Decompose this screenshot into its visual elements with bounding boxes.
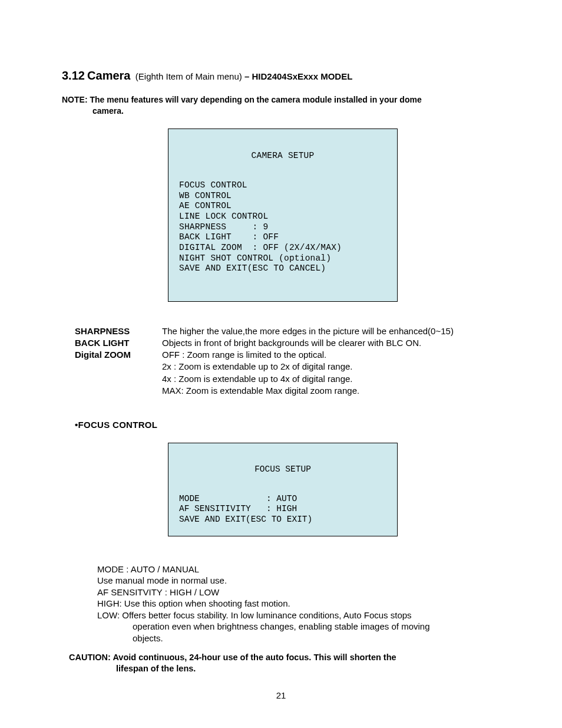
screen2-line1: MODE : AUTO bbox=[179, 494, 297, 503]
definitions-block: SHARPNESS The higher the value,the more … bbox=[75, 325, 503, 397]
focus-t5b: operation even when brightness changes, … bbox=[97, 621, 503, 633]
screen2-line3: SAVE AND EXIT(ESC TO EXIT) bbox=[179, 515, 312, 524]
def-label-dzoom: Digital ZOOM bbox=[75, 349, 162, 361]
screen1-line6: BACK LIGHT : OFF bbox=[179, 232, 279, 242]
note-label: NOTE: bbox=[62, 95, 88, 104]
focus-t5c: objects. bbox=[97, 633, 503, 644]
screen1-line5: SHARPNESS : 9 bbox=[179, 222, 268, 232]
focus-t2: Use manual mode in normal use. bbox=[97, 575, 503, 587]
focus-t3: AF SENSITVITY : HIGH / LOW bbox=[97, 587, 503, 598]
focus-t4: HIGH: Use this option when shooting fast… bbox=[97, 598, 503, 610]
screen1-line9: SAVE AND EXIT(ESC TO CANCEL) bbox=[179, 263, 326, 273]
caution-label: CAUTION: bbox=[69, 653, 111, 662]
focus-setup-screen: FOCUS SETUP MODE : AUTO AF SENSITIVITY :… bbox=[168, 443, 398, 536]
note-text-2: camera. bbox=[92, 106, 124, 116]
def-row-backlight: BACK LIGHT Objects in front of bright ba… bbox=[75, 337, 503, 349]
heading-number: 3.12 bbox=[62, 69, 85, 82]
focus-control-heading: •FOCUS CONTROL bbox=[75, 419, 503, 431]
def-row-sharpness: SHARPNESS The higher the value,the more … bbox=[75, 325, 503, 337]
def-desc-backlight: Objects in front of bright backgrounds w… bbox=[162, 337, 503, 349]
def-label-backlight: BACK LIGHT bbox=[75, 337, 162, 349]
focus-body-text: MODE : AUTO / MANUAL Use manual mode in … bbox=[97, 564, 503, 644]
def-desc-dzoom-max: MAX: Zoom is extendable Max digital zoom… bbox=[162, 385, 503, 397]
screen2-line2: AF SENSITIVITY : HIGH bbox=[179, 504, 297, 513]
camera-setup-screen: CAMERA SETUP FOCUS CONTROL WB CONTROL AE… bbox=[168, 129, 398, 302]
caution-t1: Avoid continuous, 24-hour use of the aut… bbox=[113, 653, 396, 662]
focus-t1: MODE : AUTO / MANUAL bbox=[97, 564, 503, 575]
note-text-1: The menu features will vary depending on… bbox=[90, 95, 421, 104]
heading-model: – HID2404SxExxx MODEL bbox=[244, 71, 352, 81]
screen1-title: CAMERA SETUP bbox=[179, 151, 386, 162]
screen1-line2: WB CONTROL bbox=[179, 191, 232, 200]
caution-t2: lifespan of the lens. bbox=[116, 664, 196, 673]
section-heading: 3.12 Camera (Eighth Item of Main menu) –… bbox=[62, 68, 503, 84]
def-desc-dzoom-4x: 4x : Zoom is extendable up to 4x of digi… bbox=[162, 373, 503, 385]
screen1-line8: NIGHT SHOT CONTROL (optional) bbox=[179, 253, 331, 263]
def-row-dzoom: Digital ZOOM OFF : Zoom range is limited… bbox=[75, 349, 503, 361]
focus-t5a: LOW: Offers better focus stability. In l… bbox=[97, 610, 503, 621]
heading-paren: (Eighth Item of Main menu) bbox=[133, 71, 242, 81]
note-block: NOTE: The menu features will vary depend… bbox=[62, 94, 503, 117]
def-desc-dzoom-2x: 2x : Zoom is extendable up to 2x of digi… bbox=[162, 361, 503, 373]
heading-title: Camera bbox=[87, 69, 130, 82]
screen1-line3: AE CONTROL bbox=[179, 201, 232, 210]
screen1-line1: FOCUS CONTROL bbox=[179, 180, 247, 190]
screen1-line7: DIGITAL ZOOM : OFF (2X/4X/MAX) bbox=[179, 243, 342, 252]
def-desc-dzoom-off: OFF : Zoom range is limited to the optic… bbox=[162, 349, 503, 361]
caution-block: CAUTION: Avoid continuous, 24-hour use o… bbox=[69, 652, 503, 674]
page-number: 21 bbox=[0, 690, 562, 701]
def-label-sharpness: SHARPNESS bbox=[75, 325, 162, 337]
screen1-line4: LINE LOCK CONTROL bbox=[179, 212, 268, 221]
screen2-title: FOCUS SETUP bbox=[179, 465, 386, 475]
def-desc-sharpness: The higher the value,the more edges in t… bbox=[162, 325, 503, 337]
